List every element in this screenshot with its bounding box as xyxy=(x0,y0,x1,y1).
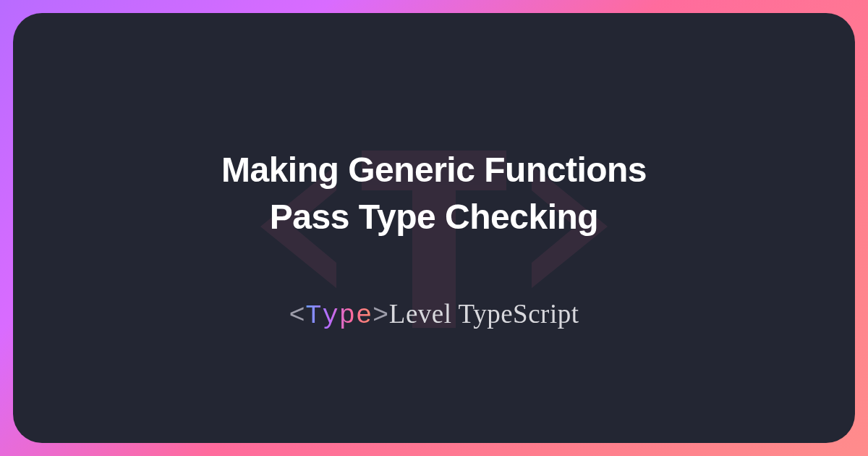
content: Making Generic Functions Pass Type Check… xyxy=(221,125,647,332)
brand-logo: <Type>Level TypeScript xyxy=(289,298,579,331)
angle-open: < xyxy=(289,300,306,331)
card: Making Generic Functions Pass Type Check… xyxy=(13,13,855,443)
title-line-1: Making Generic Functions xyxy=(221,151,647,189)
gradient-background: Making Generic Functions Pass Type Check… xyxy=(0,0,868,456)
page-title: Making Generic Functions Pass Type Check… xyxy=(221,147,647,241)
brand-rest: Level TypeScript xyxy=(389,299,579,329)
brand-type-word: Type xyxy=(305,300,373,331)
title-line-2: Pass Type Checking xyxy=(270,198,598,236)
angle-close: > xyxy=(373,300,389,331)
